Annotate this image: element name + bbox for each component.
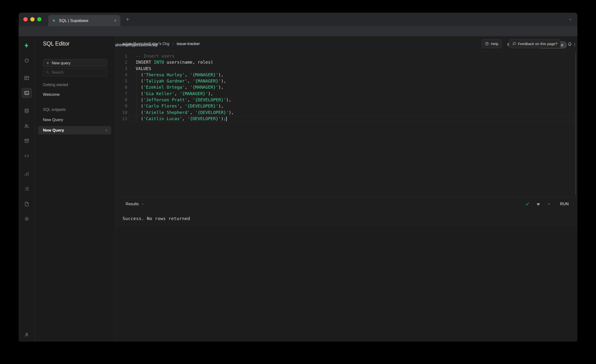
run-options-chevron-icon[interactable] <box>547 202 551 206</box>
line-number: 1 <box>115 53 127 59</box>
nav-docs-icon[interactable] <box>24 201 29 207</box>
run-button[interactable]: RUN <box>560 202 569 206</box>
supabase-favicon-icon <box>52 19 56 23</box>
sidebar-item-label: New Query <box>43 118 63 122</box>
search-input[interactable] <box>52 70 99 74</box>
line-number: 6 <box>115 84 127 90</box>
help-button[interactable]: Help <box>482 39 502 48</box>
chevron-down-icon[interactable] <box>105 128 108 132</box>
nav-reports-icon[interactable] <box>24 171 29 176</box>
code-line[interactable]: 6 ('Ezekiel Ortega', '{MANAGER}'), <box>115 84 574 90</box>
close-window-button[interactable] <box>23 17 28 22</box>
line-number: 7 <box>115 91 127 97</box>
help-button-label: Help <box>491 42 499 46</box>
nav-rail <box>19 36 35 342</box>
code-line[interactable]: 2INSERT INTO users(name, roles) <box>115 59 574 65</box>
nav-api-code-icon[interactable] <box>24 153 29 158</box>
account-profile-icon[interactable] <box>24 332 29 337</box>
nav-settings-gear-icon[interactable] <box>24 216 29 222</box>
code-line[interactable]: 3VALUES <box>115 66 574 72</box>
question-circle-icon <box>485 42 489 46</box>
code-line[interactable]: 8 ('Jefferson Pratt', '{DEVELOPER}'), <box>115 97 574 103</box>
line-number: 3 <box>115 66 127 72</box>
results-chevron-icon[interactable] <box>141 202 144 206</box>
results-message: Success. No rows returned <box>123 216 190 221</box>
tab-strip: SQL | Supabase <box>19 13 577 26</box>
page-title: SQL Editor <box>43 41 70 47</box>
code-line[interactable]: 5 ('Taliyah Gardner', '{MANAGER}'), <box>115 78 574 84</box>
tab-title: SQL | Supabase <box>59 18 113 23</box>
nav-sql-editor-selected[interactable] <box>22 88 32 98</box>
editor-lines: 1-- Insert users2INSERT INTO users(name,… <box>115 53 574 122</box>
code-line[interactable]: 10 ('Arielle Shepherd', '{DEVELOPER}'), <box>115 109 574 116</box>
sidebar-item-new-query-selected[interactable]: New Query <box>38 126 111 134</box>
section-label-getting-started: Getting started <box>43 83 68 87</box>
browser-window: SQL | Supabase app.supabase.com/project/… <box>19 13 577 342</box>
breadcrumb-project[interactable]: issue-tracker <box>177 41 200 46</box>
code-line[interactable]: 9 ('Carlo Flores', '{DEVELOPER}'), <box>115 103 574 109</box>
nav-database-icon[interactable] <box>24 108 29 113</box>
line-number: 10 <box>115 109 127 116</box>
plus-icon <box>46 61 50 65</box>
success-check-icon <box>525 202 529 206</box>
line-number: 8 <box>115 97 127 103</box>
notifications-bell-icon[interactable] <box>567 41 572 46</box>
sidebar-item-label: New Query <box>43 128 64 133</box>
line-number: 9 <box>115 103 127 109</box>
search-icon <box>46 71 49 74</box>
sql-editor-sidebar: SQL Editor New query Getting started Wel… <box>35 36 115 342</box>
nav-storage-icon[interactable] <box>24 138 29 143</box>
results-dropdown-label[interactable]: Results <box>126 202 139 206</box>
main-header: adam@windmill.dev's Org / issue-tracker … <box>115 36 577 52</box>
search-box[interactable] <box>43 68 107 76</box>
new-tab-button[interactable] <box>125 17 130 22</box>
feedback-button[interactable]: Feedback on this page? <box>509 39 561 48</box>
code-line[interactable]: 7 ('Gia Keller', '{MANAGER}'), <box>115 91 574 97</box>
section-label-sql-snippets: SQL snippets <box>43 108 66 112</box>
browser-toolbar: app.supabase.com/project/azahtnhqohyjerz… <box>19 26 577 36</box>
nav-auth-users-icon[interactable] <box>24 124 29 129</box>
line-number: 11 <box>115 116 127 122</box>
favorite-heart-icon[interactable] <box>536 202 540 206</box>
tab-close-icon[interactable] <box>113 19 117 22</box>
breadcrumb-org[interactable]: adam@windmill.dev's Org <box>122 41 169 46</box>
line-number: 4 <box>115 72 127 78</box>
nav-home-icon[interactable] <box>24 58 29 63</box>
code-line[interactable]: 4 ('Theresa Hurley', '{MANAGER}'), <box>115 72 574 78</box>
tab-search-chevron-icon[interactable] <box>568 18 572 22</box>
browser-tab[interactable]: SQL | Supabase <box>48 15 120 26</box>
code-line[interactable]: 1-- Insert users <box>115 53 574 59</box>
results-toolbar: Results RUN <box>115 197 577 211</box>
results-empty-area <box>115 226 577 342</box>
breadcrumb-separator: / <box>172 41 174 46</box>
fullscreen-window-button[interactable] <box>37 17 41 22</box>
line-number: 5 <box>115 78 127 84</box>
sidebar-item-label: Welcome <box>43 92 60 97</box>
line-number: 2 <box>115 59 127 65</box>
minimize-window-button[interactable] <box>30 17 35 22</box>
feedback-button-label: Feedback on this page? <box>518 42 557 46</box>
code-line[interactable]: 11 ('Caitlin Lucas', '{DEVELOPER}'); <box>115 116 574 122</box>
new-query-button-label: New query <box>52 61 71 65</box>
sidebar-item-welcome[interactable]: Welcome <box>38 91 111 99</box>
supabase-logo-icon[interactable] <box>24 42 30 49</box>
sidebar-item-new-query[interactable]: New Query <box>38 116 111 124</box>
sql-code-editor[interactable]: 1-- Insert users2INSERT INTO users(name,… <box>115 52 577 197</box>
new-query-button[interactable]: New query <box>43 59 107 67</box>
nav-logs-icon[interactable] <box>24 186 29 191</box>
results-output: Success. No rows returned <box>115 211 577 226</box>
chat-bubble-icon <box>512 42 516 46</box>
terminal-icon <box>24 90 29 96</box>
text-cursor <box>226 117 227 121</box>
nav-table-editor-icon[interactable] <box>24 75 29 81</box>
editor-scrollbar[interactable] <box>575 52 576 195</box>
